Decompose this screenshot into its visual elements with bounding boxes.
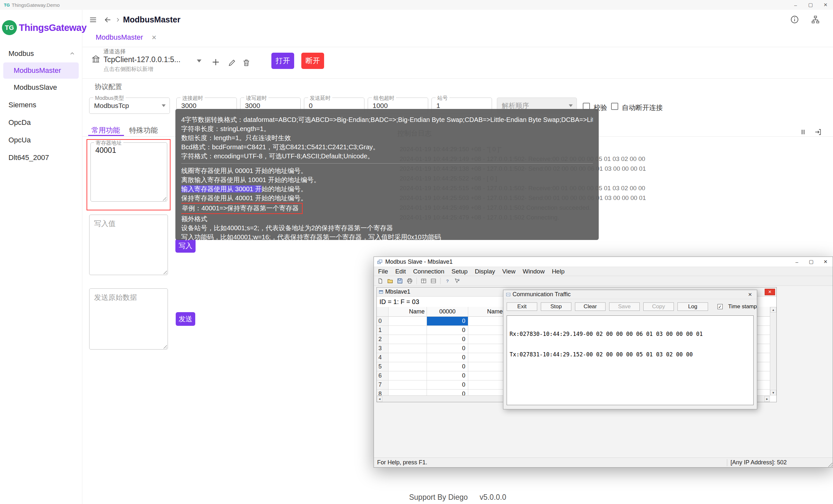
value-cell-selected[interactable]: 0 [427,317,468,326]
scroll-up-icon[interactable]: ▲ [770,307,777,312]
name-cell[interactable] [388,389,427,395]
menu-icon[interactable] [89,16,98,24]
menu-edit[interactable]: Edit [392,268,410,275]
auto-disconnect-checkbox[interactable] [611,103,618,110]
clear-button[interactable]: Clear [575,302,605,311]
name-cell[interactable] [468,317,505,326]
communication-traffic-dialog: Communication Traffic ✕ Exit Stop Clear … [503,290,757,409]
resize-handle[interactable] [162,270,167,274]
menu-view[interactable]: View [499,268,519,275]
context-help-icon[interactable]: ? [453,277,461,285]
name-cell[interactable] [388,317,427,326]
display-grid-icon[interactable] [420,277,428,285]
channel-select[interactable]: TcpClient-127.0.0.1:5... [103,55,181,64]
scroll-right-icon[interactable]: ► [764,396,770,402]
close-button[interactable]: ✕ [818,257,833,267]
open-file-icon[interactable] [386,277,394,285]
close-icon[interactable]: ✕ [746,292,754,298]
menu-file[interactable]: File [375,268,392,275]
resize-handle[interactable] [162,344,167,349]
value-cell[interactable]: 0 [427,371,468,380]
pause-icon[interactable] [799,128,807,136]
sidebar-item-modbusmaster[interactable]: ModbusMaster [3,62,79,79]
value-cell[interactable]: 0 [427,326,468,335]
vertical-scrollbar[interactable]: ▲ ▼ [770,307,777,395]
open-button[interactable]: 打开 [271,53,294,69]
write-value-input[interactable]: 写入值 [89,215,168,275]
raw-data-input[interactable]: 发送原始数据 [89,288,168,350]
name-cell[interactable] [388,344,427,353]
channel-hint: 点击右侧图标以新增 [103,65,153,73]
save-icon[interactable] [396,277,404,285]
new-file-icon[interactable] [377,277,384,285]
print-icon[interactable] [406,277,413,285]
export-log-icon[interactable] [814,128,822,136]
back-icon[interactable] [103,16,112,24]
value-cell[interactable]: 0 [427,344,468,353]
menu-setup[interactable]: Setup [448,268,472,275]
annotation-red-box: 举例：40001=>保持寄存器第一个寄存器 [181,203,303,214]
tab-special-functions[interactable]: 特殊功能 [129,126,158,135]
slave-titlebar[interactable]: Modbus Slave - Mbslave1 – ▢ ✕ [374,257,833,267]
name-cell[interactable] [388,362,427,371]
timestamp-checkbox[interactable]: ✓ [717,304,723,309]
value-cell[interactable]: 0 [427,335,468,344]
sidebar-item-siemens[interactable]: Siemens [0,96,82,114]
log-button[interactable]: Log [677,302,708,311]
name-cell[interactable] [388,371,427,380]
maximize-button[interactable]: ▢ [804,257,818,267]
chevron-right-icon[interactable] [115,17,121,23]
name-cell[interactable] [468,380,505,389]
name-cell[interactable] [468,371,505,380]
brand-logo: TG [2,20,17,35]
scroll-down-icon[interactable]: ▼ [770,390,777,395]
tab-close-icon[interactable]: ✕ [152,34,157,41]
traffic-log-area[interactable]: Rx:027830-10:44:29.149-00 02 00 00 00 06… [507,316,754,405]
resize-grip[interactable] [827,462,832,467]
modbus-type-select[interactable]: Modbus类型 ModbusTcp [89,98,170,114]
menu-help[interactable]: Help [548,268,568,275]
name-cell[interactable] [468,335,505,344]
delete-channel-icon[interactable] [242,58,251,67]
display-list-icon[interactable] [429,277,437,285]
name-cell[interactable] [388,353,427,362]
dialog-titlebar[interactable]: Communication Traffic ✕ [503,290,757,299]
disconnect-button[interactable]: 断开 [301,53,324,69]
name-cell[interactable] [388,335,427,344]
name-cell[interactable] [388,380,427,389]
name-cell[interactable] [388,326,427,335]
value-cell[interactable]: 0 [427,380,468,389]
value-cell[interactable]: 0 [427,389,468,395]
sidebar-item-modbusslave[interactable]: ModbusSlave [3,79,79,96]
tab-common-functions[interactable]: 常用功能 [91,126,120,135]
tab-modbusmaster[interactable]: ModbusMaster ✕ [96,33,157,42]
help-icon[interactable]: ? [444,277,451,285]
edit-channel-icon[interactable] [228,58,236,67]
minimize-button[interactable]: – [790,257,804,267]
close-button[interactable]: ✕ [818,0,833,10]
sidebar-item-opcda[interactable]: OpcDa [0,114,82,131]
minimize-button[interactable]: – [788,0,803,10]
sidebar-item-dlt645[interactable]: Dlt645_2007 [0,149,82,167]
maximize-button[interactable]: ▢ [803,0,818,10]
menu-display[interactable]: Display [471,268,499,275]
sidebar-group-modbus[interactable]: Modbus [0,45,82,62]
name-cell[interactable] [468,362,505,371]
value-cell[interactable]: 0 [427,362,468,371]
value-cell[interactable]: 0 [427,353,468,362]
add-channel-icon[interactable] [211,57,221,67]
scroll-left-icon[interactable]: ◄ [377,396,382,402]
menu-connection[interactable]: Connection [409,268,448,275]
send-button[interactable]: 发送 [176,312,195,326]
name-cell[interactable] [468,389,505,395]
child-close-button[interactable]: ✕ [765,289,775,295]
menu-window[interactable]: Window [519,268,548,275]
name-cell[interactable] [468,344,505,353]
exit-button[interactable]: Exit [507,302,537,311]
info-icon[interactable] [790,15,799,24]
name-cell[interactable] [468,353,505,362]
sitemap-icon[interactable] [811,15,820,24]
name-cell[interactable] [468,326,505,335]
sidebar-item-opcua[interactable]: OpcUa [0,131,82,149]
stop-button[interactable]: Stop [541,302,571,311]
